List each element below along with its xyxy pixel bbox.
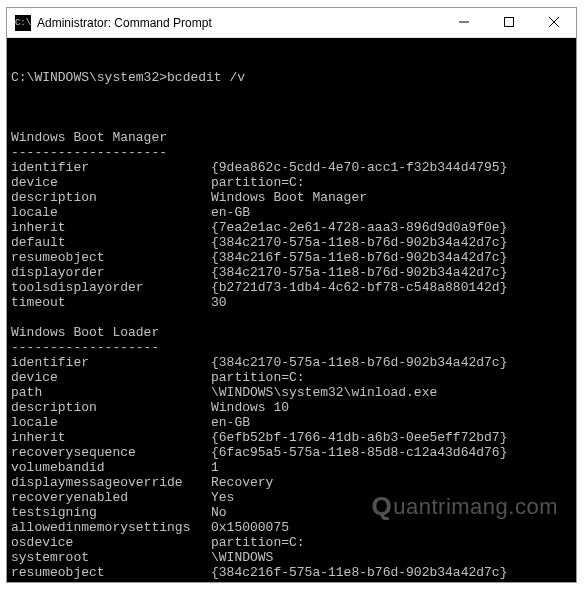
kv-value: {6fac95a5-575a-11e8-85d8-c12a43d64d76} [211, 445, 572, 460]
kv-value: {6efb52bf-1766-41db-a6b3-0ee5eff72bd7} [211, 430, 572, 445]
kv-value: 30 [211, 295, 572, 310]
kv-row: inherit{7ea2e1ac-2e61-4728-aaa3-896d9d0a… [11, 220, 572, 235]
kv-row: devicepartition=C: [11, 175, 572, 190]
kv-row: default{384c2170-575a-11e8-b76d-902b34a4… [11, 235, 572, 250]
kv-value: Recovery [211, 475, 572, 490]
kv-row: recoveryenabledYes [11, 490, 572, 505]
kv-row: descriptionWindows Boot Manager [11, 190, 572, 205]
prompt-line: C:\WINDOWS\system32>bcdedit /v [11, 70, 572, 85]
kv-row: inherit{6efb52bf-1766-41db-a6b3-0ee5eff7… [11, 430, 572, 445]
kv-value: en-GB [211, 205, 572, 220]
kv-value: {384c216f-575a-11e8-b76d-902b34a42d7c} [211, 250, 572, 265]
kv-key: identifier [11, 355, 211, 370]
kv-value: 1 [211, 460, 572, 475]
kv-value: {384c2170-575a-11e8-b76d-902b34a42d7c} [211, 235, 572, 250]
command-prompt-window: C:\ Administrator: Command Prompt C:\WIN… [6, 7, 577, 583]
kv-key: testsigning [11, 505, 211, 520]
kv-row: displaymessageoverrideRecovery [11, 475, 572, 490]
kv-row: allowedinmemorysettings0x15000075 [11, 520, 572, 535]
kv-key: inherit [11, 220, 211, 235]
kv-value: partition=C: [211, 175, 572, 190]
kv-value: {384c2170-575a-11e8-b76d-902b34a42d7c} [211, 265, 572, 280]
kv-row: recoverysequence{6fac95a5-575a-11e8-85d8… [11, 445, 572, 460]
kv-row: descriptionWindows 10 [11, 400, 572, 415]
kv-key: volumebandid [11, 460, 211, 475]
kv-row: localeen-GB [11, 415, 572, 430]
titlebar[interactable]: C:\ Administrator: Command Prompt [7, 8, 576, 38]
section-title: Windows Boot Manager [11, 130, 572, 145]
kv-value: \WINDOWS [211, 550, 572, 565]
maximize-button[interactable] [486, 8, 531, 37]
kv-row: resumeobject{384c216f-575a-11e8-b76d-902… [11, 565, 572, 580]
kv-value: Yes [211, 490, 572, 505]
kv-key: toolsdisplayorder [11, 280, 211, 295]
close-button[interactable] [531, 8, 576, 37]
kv-key: timeout [11, 295, 211, 310]
kv-key: recoveryenabled [11, 490, 211, 505]
kv-key: osdevice [11, 535, 211, 550]
kv-value: 0x15000075 [211, 520, 572, 535]
kv-key: resumeobject [11, 250, 211, 265]
kv-key: locale [11, 205, 211, 220]
kv-value: OptIn [211, 580, 572, 582]
kv-key: displayorder [11, 265, 211, 280]
kv-key: description [11, 190, 211, 205]
section-title: Windows Boot Loader [11, 325, 572, 340]
kv-key: description [11, 400, 211, 415]
kv-key: inherit [11, 430, 211, 445]
section-divider: ------------------- [11, 340, 572, 355]
kv-row: timeout30 [11, 295, 572, 310]
kv-row: nxOptIn [11, 580, 572, 582]
prompt-path: C:\WINDOWS\system32> [11, 70, 167, 85]
kv-value: Windows 10 [211, 400, 572, 415]
kv-value: {384c216f-575a-11e8-b76d-902b34a42d7c} [211, 565, 572, 580]
console-output[interactable]: C:\WINDOWS\system32>bcdedit /v Windows B… [7, 38, 576, 582]
kv-value: partition=C: [211, 370, 572, 385]
kv-row: identifier{384c2170-575a-11e8-b76d-902b3… [11, 355, 572, 370]
kv-key: systemroot [11, 550, 211, 565]
window-title: Administrator: Command Prompt [37, 16, 441, 30]
kv-key: displaymessageoverride [11, 475, 211, 490]
kv-row: volumebandid1 [11, 460, 572, 475]
kv-value: \WINDOWS\system32\winload.exe [211, 385, 572, 400]
kv-key: allowedinmemorysettings [11, 520, 211, 535]
section-divider: -------------------- [11, 145, 572, 160]
kv-value: en-GB [211, 415, 572, 430]
kv-key: device [11, 175, 211, 190]
kv-key: identifier [11, 160, 211, 175]
kv-value: Windows Boot Manager [211, 190, 572, 205]
kv-row: displayorder{384c2170-575a-11e8-b76d-902… [11, 265, 572, 280]
blank-line [11, 310, 572, 325]
kv-row: localeen-GB [11, 205, 572, 220]
kv-key: nx [11, 580, 211, 582]
kv-value: {384c2170-575a-11e8-b76d-902b34a42d7c} [211, 355, 572, 370]
kv-row: identifier{9dea862c-5cdd-4e70-acc1-f32b3… [11, 160, 572, 175]
window-controls [441, 8, 576, 38]
cmd-icon: C:\ [15, 15, 31, 31]
kv-row: systemroot\WINDOWS [11, 550, 572, 565]
kv-row: resumeobject{384c216f-575a-11e8-b76d-902… [11, 250, 572, 265]
kv-value: partition=C: [211, 535, 572, 550]
kv-row: toolsdisplayorder{b2721d73-1db4-4c62-bf7… [11, 280, 572, 295]
kv-key: recoverysequence [11, 445, 211, 460]
kv-value: {7ea2e1ac-2e61-4728-aaa3-896d9d0a9f0e} [211, 220, 572, 235]
svg-rect-1 [504, 18, 513, 27]
prompt-command: bcdedit /v [167, 70, 245, 85]
kv-key: resumeobject [11, 565, 211, 580]
kv-key: locale [11, 415, 211, 430]
minimize-button[interactable] [441, 8, 486, 37]
kv-row: path\WINDOWS\system32\winload.exe [11, 385, 572, 400]
kv-value: {b2721d73-1db4-4c62-bf78-c548a880142d} [211, 280, 572, 295]
kv-key: path [11, 385, 211, 400]
kv-row: osdevicepartition=C: [11, 535, 572, 550]
kv-row: testsigningNo [11, 505, 572, 520]
kv-row: devicepartition=C: [11, 370, 572, 385]
kv-key: device [11, 370, 211, 385]
kv-value: No [211, 505, 572, 520]
kv-key: default [11, 235, 211, 250]
kv-value: {9dea862c-5cdd-4e70-acc1-f32b344d4795} [211, 160, 572, 175]
